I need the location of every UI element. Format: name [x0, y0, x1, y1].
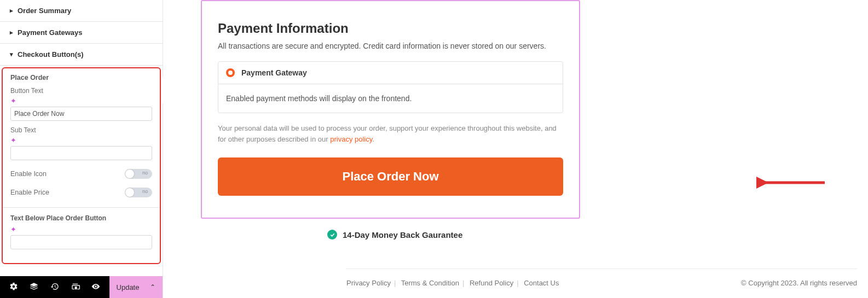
- card-title: Payment Information: [218, 21, 563, 36]
- place-order-label: Place Order Now: [342, 170, 438, 184]
- accordion-checkout-buttons[interactable]: ▾ Checkout Button(s): [0, 44, 163, 66]
- footer-copyright: © Copyright 2023. All rights reserved: [741, 279, 857, 287]
- footer-link-terms[interactable]: Terms & Condition: [401, 279, 459, 287]
- guarantee-row: 14-Day Money Back Gaurantee: [327, 230, 462, 239]
- gateway-body-text: Enabled payment methods will display on …: [218, 84, 563, 113]
- gear-icon[interactable]: [9, 282, 18, 293]
- annotation-arrow-icon: [756, 172, 828, 194]
- accordion-label: Checkout Button(s): [18, 50, 84, 59]
- privacy-note: Your personal data will be used to proce…: [218, 123, 563, 144]
- toggle-enable-price[interactable]: no: [125, 188, 152, 197]
- ai-sparkle-icon[interactable]: ✦: [10, 225, 16, 233]
- label-enable-icon: Enable Icon: [10, 170, 47, 178]
- section-text-below: Text Below Place Order Button: [10, 214, 152, 223]
- preview-canvas: Payment Information All transactions are…: [163, 0, 868, 298]
- history-icon[interactable]: [50, 282, 59, 293]
- ai-sparkle-icon[interactable]: ✦: [10, 97, 16, 105]
- accordion-label: Order Summary: [18, 7, 71, 15]
- toggle-state: no: [142, 189, 148, 194]
- section-place-order: Place Order: [10, 74, 152, 81]
- chevron-up-icon[interactable]: ⌃: [150, 283, 155, 291]
- editor-sidebar: ▸ Order Summary ▸ Payment Gateways ▾ Che…: [0, 0, 163, 298]
- accordion-label: Payment Gateways: [18, 28, 83, 37]
- place-order-button[interactable]: Place Order Now: [218, 157, 563, 196]
- editor-bottom-bar: Update ⌃: [0, 276, 163, 298]
- checkout-buttons-panel: Place Order Button Text ✦ Sub Text ✦ Ena…: [2, 67, 161, 264]
- guarantee-text: 14-Day Money Back Gaurantee: [343, 230, 462, 239]
- input-button-text[interactable]: [10, 107, 152, 121]
- label-button-text: Button Text: [10, 87, 152, 95]
- eye-icon[interactable]: [91, 282, 100, 293]
- ai-sparkle-icon[interactable]: ✦: [10, 136, 16, 144]
- caret-down-icon: ▾: [10, 51, 13, 57]
- footer-link-privacy[interactable]: Privacy Policy: [346, 279, 391, 287]
- update-label: Update: [117, 283, 140, 291]
- gateway-option[interactable]: Payment Gateway: [218, 62, 563, 84]
- footer-link-refund[interactable]: Refund Policy: [470, 279, 513, 287]
- accordion-payment-gateways[interactable]: ▸ Payment Gateways: [0, 22, 163, 44]
- check-circle-icon: [327, 230, 337, 239]
- label-enable-price: Enable Price: [10, 189, 49, 196]
- layers-icon[interactable]: [30, 282, 38, 293]
- label-sub-text: Sub Text: [10, 126, 152, 134]
- payment-information-card: Payment Information All transactions are…: [206, 3, 575, 208]
- footer-link-contact[interactable]: Contact Us: [524, 279, 559, 287]
- card-description: All transactions are secure and encrypte…: [218, 42, 563, 50]
- accordion-order-summary[interactable]: ▸ Order Summary: [0, 0, 163, 22]
- update-button[interactable]: Update ⌃: [109, 276, 163, 298]
- responsive-icon[interactable]: [71, 282, 80, 293]
- caret-right-icon: ▸: [10, 30, 13, 36]
- toggle-enable-icon[interactable]: no: [125, 169, 152, 179]
- input-sub-text[interactable]: [10, 146, 152, 160]
- privacy-suffix: .: [372, 135, 374, 143]
- payment-gateway-box: Payment Gateway Enabled payment methods …: [218, 61, 563, 113]
- gateway-label: Payment Gateway: [241, 68, 307, 77]
- input-text-below[interactable]: [10, 235, 152, 249]
- privacy-policy-link[interactable]: privacy policy: [330, 135, 372, 143]
- caret-right-icon: ▸: [10, 8, 13, 14]
- footer-links: Privacy Policy| Terms & Condition| Refun…: [346, 279, 559, 287]
- privacy-prefix: Your personal data will be used to proce…: [218, 124, 557, 143]
- toggle-state: no: [142, 170, 148, 176]
- radio-selected-icon: [226, 68, 235, 77]
- page-footer: Privacy Policy| Terms & Condition| Refun…: [346, 268, 857, 287]
